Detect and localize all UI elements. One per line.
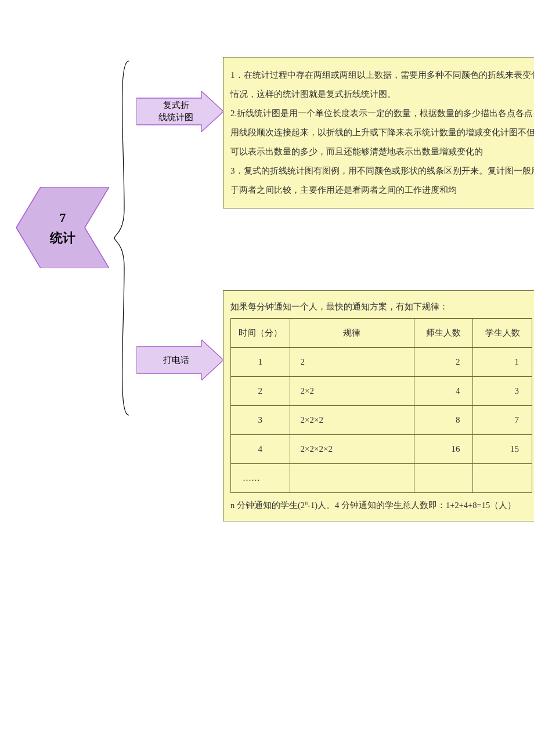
branch-arrow-1: 复式折 线统计图 [136, 91, 223, 132]
box2-note: n 分钟通知的学生(2n-1)人。4 分钟通知的学生总人数即：1+2+4+8=1… [230, 498, 534, 513]
content-box-2: 如果每分钟通知一个人，最快的通知方案，有如下规律： 时间（分） 规律 师生人数 … [223, 290, 534, 521]
branch-arrow-2: 打电话 [136, 340, 223, 380]
table-header-row: 时间（分） 规律 师生人数 学生人数 [231, 319, 532, 348]
main-topic-title: 统计 [50, 228, 75, 248]
table-row: 2 2×2 4 3 [231, 377, 532, 406]
th-rule: 规律 [290, 319, 414, 348]
pattern-table: 时间（分） 规律 师生人数 学生人数 1 2 2 1 2 2×2 4 3 3 2… [230, 318, 532, 493]
main-topic-number: 7 [60, 207, 66, 228]
content-box-1: 1．在统计过程中存在两组或两组以上数据，需要用多种不同颜色的折线来表变化情况，这… [223, 57, 534, 208]
table-row: 3 2×2×2 8 7 [231, 406, 532, 435]
th-students: 学生人数 [473, 319, 532, 348]
table-row: 1 2 2 1 [231, 348, 532, 377]
box1-para-1: 1．在统计过程中存在两组或两组以上数据，需要用多种不同颜色的折线来表变化情况，这… [230, 66, 534, 104]
table-row: …… [231, 464, 532, 493]
note-post: -1)人。4 分钟通知的学生总人数即：1+2+4+8=15（人） [308, 501, 516, 510]
branch-1-text: 复式折 线统计图 [158, 99, 193, 124]
brace-icon [111, 58, 135, 418]
branch-2-label: 打电话 [136, 340, 211, 380]
th-time: 时间（分） [231, 319, 290, 348]
main-topic-shape: 7 统计 [16, 187, 109, 268]
branch-2-text: 打电话 [163, 354, 189, 366]
box2-title: 如果每分钟通知一个人，最快的通知方案，有如下规律： [230, 299, 534, 315]
th-total: 师生人数 [414, 319, 473, 348]
table-row: 4 2×2×2×2 16 15 [231, 435, 532, 464]
main-topic-label: 7 统计 [16, 187, 109, 268]
box1-para-3: 3．复式的折线统计图有图例，用不同颜色或形状的线条区别开来。复计图一般用于两者之… [230, 161, 534, 200]
note-pre: n 分钟通知的学生(2 [230, 501, 305, 510]
branch-1-label: 复式折 线统计图 [136, 91, 211, 132]
box1-para-2: 2.折线统计图是用一个单位长度表示一定的数量，根据数量的多少描出各点各点用线段顺… [230, 104, 534, 161]
